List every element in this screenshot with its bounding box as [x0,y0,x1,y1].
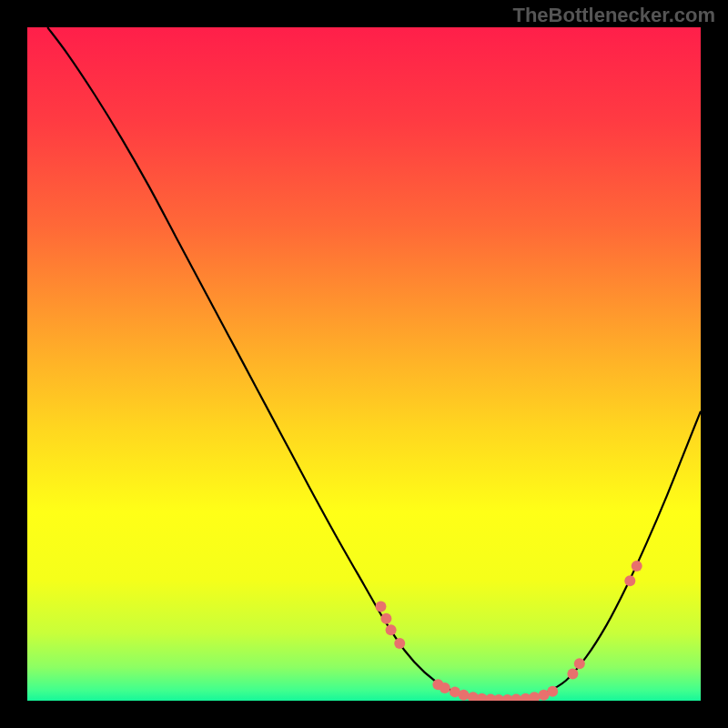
data-marker [386,624,397,635]
chart-svg [27,27,701,701]
data-marker [459,690,470,701]
data-marker [394,638,405,649]
data-marker [440,682,450,693]
chart-background [27,27,701,701]
data-marker [380,613,391,624]
data-marker [547,686,558,697]
data-marker [376,601,387,612]
watermark-label: TheBottlenecker.com [512,4,715,27]
data-marker [574,658,585,669]
data-marker [567,668,578,679]
chart-plot-area [27,27,701,701]
data-marker [632,561,642,571]
data-marker [624,575,635,586]
